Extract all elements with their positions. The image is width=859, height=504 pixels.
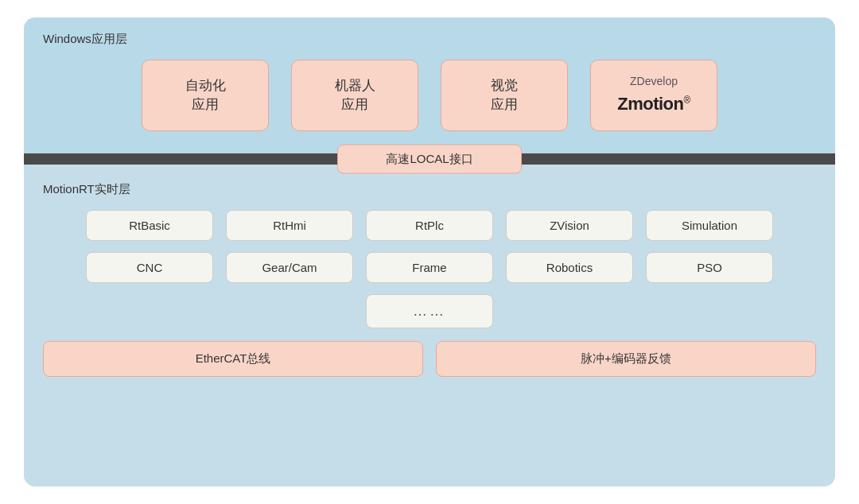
dots-module: …… (366, 294, 493, 328)
rtbasic-module: RtBasic (86, 210, 213, 241)
robot-app: 机器人应用 (291, 60, 418, 131)
vision-app: 视觉应用 (441, 60, 568, 131)
simulation-label: Simulation (682, 219, 737, 232)
frame-label: Frame (412, 261, 446, 274)
frame-module: Frame (366, 252, 493, 283)
zvision-label: ZVision (550, 219, 589, 232)
gearcam-module: Gear/Cam (226, 252, 353, 283)
rtplc-label: RtPlc (415, 219, 444, 232)
bottom-bars: EtherCAT总线 脉冲+编码器反馈 (43, 341, 816, 377)
simulation-module: Simulation (646, 210, 773, 241)
windows-apps-row: 自动化应用 机器人应用 视觉应用 ZDevelop Zmotion® (43, 60, 816, 131)
gearcam-label: Gear/Cam (262, 261, 317, 274)
module-row-3: …… (43, 294, 816, 328)
zdevelop-title: ZDevelop (630, 74, 678, 90)
pso-module: PSO (646, 252, 773, 283)
interface-bar-wrapper: 高速LOCAL接口 (24, 153, 835, 165)
vision-label: 视觉应用 (491, 76, 518, 114)
zdevelop-app: ZDevelop Zmotion® (590, 60, 717, 131)
robotics-module: Robotics (506, 252, 633, 283)
cnc-module: CNC (86, 252, 213, 283)
ethercat-bar: EtherCAT总线 (43, 341, 423, 377)
windows-layer: Windows应用层 自动化应用 机器人应用 视觉应用 ZDevelop Zmo… (24, 17, 835, 153)
rtbasic-label: RtBasic (129, 219, 170, 232)
zdevelop-brand: Zmotion® (617, 92, 690, 117)
interface-bar: 高速LOCAL接口 (337, 145, 521, 174)
pulse-bar: 脉冲+编码器反馈 (436, 341, 816, 377)
rtplc-module: RtPlc (366, 210, 493, 241)
architecture-diagram: Windows应用层 自动化应用 机器人应用 视觉应用 ZDevelop Zmo… (24, 17, 835, 487)
robot-label: 机器人应用 (335, 76, 375, 114)
module-row-2: CNC Gear/Cam Frame Robotics PSO (43, 252, 816, 283)
robotics-label: Robotics (546, 261, 593, 274)
cnc-label: CNC (137, 261, 163, 274)
motionrt-layer-label: MotionRT实时层 (43, 182, 816, 197)
trademark: ® (683, 95, 690, 106)
motionrt-layer: MotionRT实时层 RtBasic RtHmi RtPlc ZVision … (24, 165, 835, 487)
automation-app: 自动化应用 (142, 60, 269, 131)
windows-layer-label: Windows应用层 (43, 32, 816, 47)
rthmi-label: RtHmi (273, 219, 306, 232)
automation-label: 自动化应用 (185, 76, 226, 114)
pso-label: PSO (697, 261, 722, 274)
module-grid: RtBasic RtHmi RtPlc ZVision Simulation (43, 210, 816, 328)
zvision-module: ZVision (506, 210, 633, 241)
rthmi-module: RtHmi (226, 210, 353, 241)
module-row-1: RtBasic RtHmi RtPlc ZVision Simulation (43, 210, 816, 241)
